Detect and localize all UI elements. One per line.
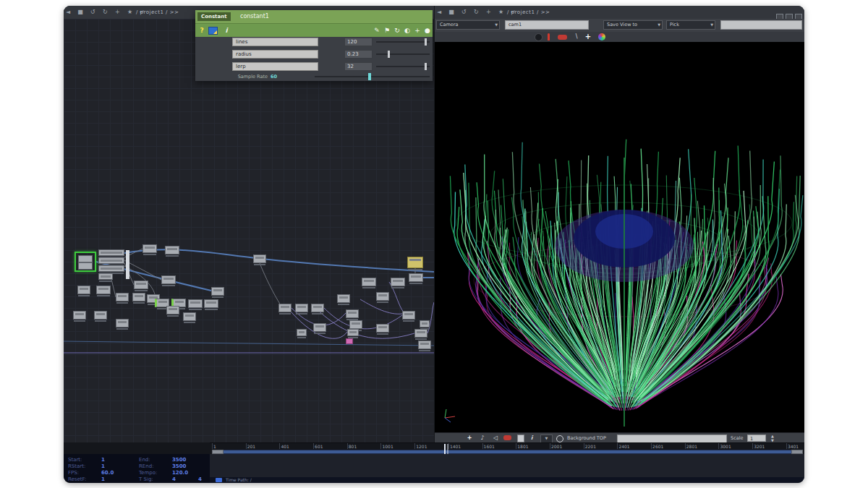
scale-field[interactable]: 1 [747,435,766,442]
network-node[interactable] [94,311,107,320]
network-node[interactable] [278,304,292,312]
network-node[interactable] [73,311,86,320]
network-node[interactable] [134,281,148,289]
network-node[interactable] [142,244,157,253]
flag-icon[interactable]: ⚑ [382,24,392,37]
pick-dropdown[interactable]: Pick▼ [666,20,715,30]
network-node[interactable] [98,265,124,272]
breadcrumb[interactable]: / project1 / >> [136,6,179,19]
slider-handle[interactable] [425,38,427,46]
camera-name-field[interactable]: cam1 [505,20,589,30]
network-node[interactable] [346,309,359,318]
render-viewport[interactable] [435,42,804,432]
undo-icon[interactable]: ↺ [459,6,468,19]
add-parameter-icon[interactable]: + [412,24,422,37]
dialog-titlebar[interactable]: Constant constant1 [195,10,433,23]
redo-icon[interactable]: ↻ [472,6,480,19]
slider-handle[interactable] [388,51,390,58]
sample-rate-slider[interactable] [315,76,430,77]
timeline-ruler[interactable]: 1201401601801100112011401160118012001220… [210,442,804,455]
pin-icon[interactable] [548,33,550,40]
network-node[interactable] [96,286,111,294]
network-node[interactable] [132,293,145,301]
network-node[interactable] [161,275,176,284]
param-slider[interactable] [376,41,430,43]
playhead[interactable] [444,444,446,454]
network-node[interactable] [165,246,179,254]
network-node[interactable] [166,306,179,314]
network-node[interactable] [126,250,129,279]
param-value[interactable]: 0.23 [344,50,373,59]
network-node[interactable] [402,311,415,320]
network-node[interactable] [349,320,362,329]
audio-icon[interactable]: ♪ [478,434,487,442]
camera-dropdown[interactable]: Camera▼ [436,20,500,30]
back-icon[interactable]: ◄ [435,6,443,19]
network-node[interactable] [297,329,307,336]
param-name[interactable]: lines [232,38,318,46]
param-value[interactable]: 32 [344,62,373,71]
toggle-icon[interactable]: ◐ [402,24,412,37]
undo-icon[interactable]: ↺ [88,6,97,19]
add-icon[interactable]: + [465,434,474,442]
param-slider[interactable] [376,53,430,55]
background-top-field[interactable] [617,435,727,442]
network-node[interactable] [98,257,124,264]
info-icon[interactable]: i [527,434,536,442]
bookmark-icon[interactable]: ★ [125,6,134,19]
pick-value-field[interactable] [720,20,802,30]
record-blob-icon[interactable] [503,435,511,440]
file-icon[interactable] [517,435,524,442]
network-node[interactable] [376,324,389,333]
frame-icon[interactable]: ■ [447,6,456,19]
network-node[interactable] [211,287,224,296]
network-node[interactable] [313,323,326,332]
network-node[interactable] [77,286,90,294]
network-node[interactable] [253,254,266,263]
time-path-bar[interactable]: Time Path: / [210,477,804,483]
color-wheel-icon[interactable] [598,33,605,40]
network-node[interactable] [418,341,431,349]
add-icon[interactable]: + [484,6,493,19]
camera-head-icon[interactable] [535,33,542,41]
network-node-selected[interactable] [75,252,96,272]
network-node[interactable] [347,329,359,336]
network-node[interactable] [98,249,124,256]
network-node[interactable] [376,292,389,301]
param-slider[interactable] [376,66,430,67]
slider-handle[interactable] [425,63,427,70]
add-icon[interactable]: + [113,6,122,19]
param-name[interactable]: radius [232,50,318,59]
network-node[interactable] [98,273,113,280]
line-tool-icon[interactable]: \ [572,33,581,40]
frame-icon[interactable]: ■ [76,6,85,19]
network-node[interactable] [183,312,196,321]
cycle-icon[interactable]: ↻ [392,24,402,37]
network-node[interactable] [407,257,423,268]
network-node[interactable] [116,319,129,328]
network-node[interactable] [204,299,218,308]
help-icon[interactable]: ? [197,24,207,37]
network-node[interactable] [362,278,376,286]
display-mode-select[interactable]: ▼ [540,435,553,442]
node-network-canvas[interactable] [64,19,434,442]
network-node[interactable] [337,294,350,303]
info-icon[interactable]: i [221,24,231,37]
bookmark-icon[interactable]: ★ [496,6,505,19]
dolly-icon[interactable] [558,35,567,40]
network-node[interactable] [409,273,423,282]
redo-icon[interactable]: ↻ [101,6,109,19]
network-node[interactable] [420,320,430,328]
network-node[interactable] [391,278,405,286]
operator-name[interactable]: constant1 [240,10,269,23]
network-node[interactable] [188,299,203,308]
edit-expression-icon[interactable]: ✎ [372,24,382,37]
param-value[interactable]: 120 [344,38,373,46]
network-node[interactable] [346,338,353,344]
network-node[interactable] [311,304,324,312]
circle-icon[interactable] [556,435,563,442]
scale-stepper[interactable]: ▲▼ [770,434,775,442]
language-icon[interactable] [208,27,218,35]
triangle-left-icon[interactable]: ◁ [491,434,500,442]
save-view-dropdown[interactable]: Save View to▼ [603,20,663,30]
